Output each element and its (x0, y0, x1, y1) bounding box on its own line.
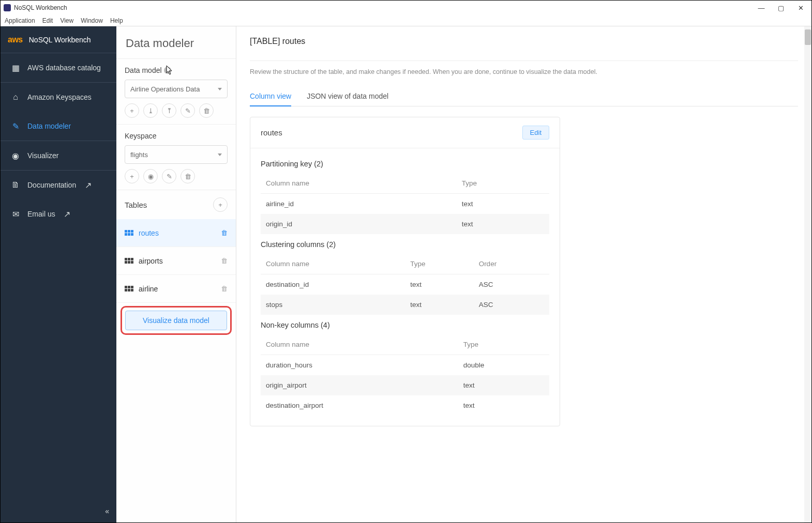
col-header-type: Type (457, 173, 549, 194)
nav-aws-database-catalog[interactable]: ▦ AWS database catalog (1, 53, 116, 82)
partitioning-key-title: Partitioning key (2) (261, 153, 549, 173)
table-item-routes[interactable]: routes 🗑 (116, 219, 236, 247)
nav-label: Visualizer (27, 151, 58, 160)
data-model-select[interactable]: Airline Operations Data (125, 80, 228, 98)
window-title: NoSQL Workbench (14, 4, 758, 11)
add-table-button[interactable]: + (213, 197, 228, 212)
table-name: airline (139, 285, 216, 293)
divider (250, 60, 798, 61)
left-nav: aws NoSQL Workbench ▦ AWS database catal… (1, 26, 116, 522)
menu-view[interactable]: View (60, 17, 73, 24)
doc-icon: 🗎 (11, 180, 20, 190)
brand-product: NoSQL Workbench (29, 36, 91, 44)
tab-column-view[interactable]: Column view (250, 88, 291, 106)
external-link-icon: ↗ (63, 209, 72, 219)
close-button[interactable]: ✕ (797, 4, 804, 11)
tables-header: Tables + (116, 190, 236, 219)
col-header-order: Order (474, 254, 549, 274)
page-title: [TABLE] routes (250, 37, 798, 46)
add-keyspace-button[interactable]: + (125, 169, 139, 183)
table-name: airports (139, 257, 216, 265)
eye-icon: ◉ (11, 151, 20, 160)
table-item-airports[interactable]: airports 🗑 (116, 247, 236, 275)
grid-icon: ▦ (11, 63, 20, 72)
export-button[interactable]: ⤒ (162, 103, 176, 118)
mid-panel: Data modeler Data model i Airline Operat… (116, 26, 236, 522)
nav-label: Documentation (27, 181, 76, 189)
table-row: destination_airporttext (261, 395, 549, 416)
table-row: origin_airporttext (261, 375, 549, 395)
data-model-value: Airline Operations Data (130, 85, 200, 93)
table-row: duration_hoursdouble (261, 355, 549, 376)
collapse-nav-button[interactable]: « (105, 507, 109, 515)
external-link-icon: ↗ (83, 180, 93, 190)
minimize-button[interactable]: — (758, 4, 765, 11)
nav-visualizer[interactable]: ◉ Visualizer (1, 141, 116, 170)
keyspace-section: Keyspace flights + ◉ ✎ 🗑 (116, 125, 236, 190)
tabs: Column view JSON view of data model (250, 88, 798, 106)
nonkey-columns-table: Column nameType duration_hoursdouble ori… (261, 334, 549, 416)
app-icon (4, 4, 11, 11)
delete-table-icon[interactable]: 🗑 (221, 285, 228, 293)
keyspace-select[interactable]: flights (125, 145, 228, 164)
edit-button[interactable]: Edit (522, 126, 549, 140)
table-icon (125, 230, 133, 236)
delete-table-icon[interactable]: 🗑 (221, 229, 228, 237)
edit-model-button[interactable]: ✎ (181, 103, 195, 118)
table-row: origin_idtext (261, 214, 549, 234)
menu-window[interactable]: Window (81, 17, 103, 24)
nav-label: Email us (27, 210, 55, 218)
mail-icon: ✉ (11, 209, 20, 219)
import-button[interactable]: ⤓ (143, 103, 158, 118)
table-row: stopstextASC (261, 295, 549, 315)
edit-keyspace-button[interactable]: ✎ (162, 169, 176, 183)
menu-help[interactable]: Help (110, 17, 123, 24)
nav-amazon-keyspaces[interactable]: ⌂ Amazon Keyspaces (1, 83, 116, 112)
add-model-button[interactable]: + (125, 103, 139, 118)
home-icon: ⌂ (11, 93, 20, 102)
partitioning-key-table: Column nameType airline_idtext origin_id… (261, 173, 549, 234)
page-description: Review the structure of the table, and m… (250, 68, 798, 75)
delete-model-button[interactable]: 🗑 (199, 103, 214, 118)
col-header-name: Column name (261, 254, 405, 274)
modeler-icon: ✎ (11, 121, 20, 131)
info-icon[interactable]: i (164, 67, 171, 74)
nav-data-modeler[interactable]: ✎ Data modeler (1, 112, 116, 141)
menu-edit[interactable]: Edit (42, 17, 53, 24)
scrollbar-thumb[interactable] (805, 29, 811, 45)
col-header-name: Column name (261, 173, 457, 194)
keyspace-value: flights (130, 151, 148, 159)
table-row: destination_idtextASC (261, 274, 549, 295)
titlebar: NoSQL Workbench — ▢ ✕ (1, 1, 811, 15)
clustering-columns-table: Column nameTypeOrder destination_idtextA… (261, 254, 549, 315)
maximize-button[interactable]: ▢ (777, 4, 785, 11)
nav-label: Data modeler (27, 122, 71, 130)
col-header-type: Type (458, 334, 549, 355)
chevron-down-icon (218, 153, 222, 156)
nav-email-us[interactable]: ✉ Email us ↗ (1, 199, 116, 228)
col-header-type: Type (405, 254, 473, 274)
keyspace-label: Keyspace (125, 132, 156, 140)
nonkey-columns-title: Non-key columns (4) (261, 315, 549, 334)
delete-table-icon[interactable]: 🗑 (221, 257, 228, 265)
nav-documentation[interactable]: 🗎 Documentation ↗ (1, 171, 116, 199)
view-keyspace-button[interactable]: ◉ (143, 169, 158, 183)
tab-json-view[interactable]: JSON view of data model (307, 88, 388, 106)
col-header-name: Column name (261, 334, 458, 355)
mid-title: Data modeler (116, 26, 236, 59)
clustering-columns-title: Clustering columns (2) (261, 234, 549, 254)
nav-label: Amazon Keyspaces (27, 93, 92, 101)
data-model-label: Data model (125, 66, 162, 74)
table-card: routes Edit Partitioning key (2) Column … (250, 117, 560, 426)
chevron-down-icon (218, 88, 222, 90)
vertical-scrollbar[interactable] (804, 26, 811, 522)
delete-keyspace-button[interactable]: 🗑 (181, 169, 195, 183)
table-item-airline[interactable]: airline 🗑 (116, 275, 236, 303)
aws-logo-icon: aws (8, 35, 23, 44)
menu-application[interactable]: Application (5, 17, 35, 24)
main-content: [TABLE] routes Review the structure of t… (236, 26, 811, 522)
menubar: Application Edit View Window Help (1, 15, 811, 26)
table-icon (125, 258, 133, 264)
visualize-data-model-button[interactable]: Visualize data model (125, 311, 227, 330)
tables-label: Tables (125, 201, 147, 209)
